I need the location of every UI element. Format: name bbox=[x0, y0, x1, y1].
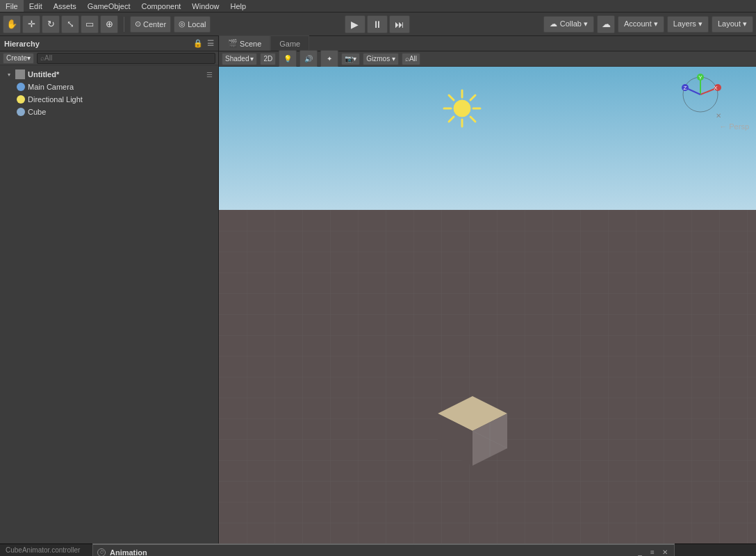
menu-help[interactable]: Help bbox=[224, 0, 252, 12]
cube-icon bbox=[17, 108, 25, 116]
persp-label: ← Persp bbox=[719, 122, 749, 131]
tree-directional-light[interactable]: Directional Light bbox=[0, 93, 218, 106]
tool-hand[interactable]: ✋ bbox=[3, 15, 21, 33]
tree-scene[interactable]: ▾ Untitled* ☰ bbox=[0, 68, 218, 81]
menu-component[interactable]: Component bbox=[135, 0, 186, 12]
scene-name: Untitled* bbox=[28, 70, 59, 79]
tool-rotate[interactable]: ↻ bbox=[42, 15, 60, 33]
menu-edit[interactable]: Edit bbox=[24, 0, 48, 12]
sun-icon bbox=[441, 88, 483, 129]
menu-gameobject[interactable]: GameObject bbox=[82, 0, 136, 12]
tab-scene[interactable]: 🎬 Scene bbox=[219, 35, 270, 51]
play-controls: ▶ ⏸ ⏭ bbox=[345, 15, 410, 33]
hierarchy-toolbar: Create▾ bbox=[0, 51, 218, 65]
svg-text:Z: Z bbox=[684, 85, 687, 91]
tool-move[interactable]: ✛ bbox=[22, 15, 40, 33]
tab-game[interactable]: Game bbox=[270, 35, 309, 51]
center-icon: ⊙ bbox=[135, 19, 141, 28]
camera-dropdown[interactable]: 📷▾ bbox=[341, 53, 360, 65]
cloud-btn[interactable]: ☁ bbox=[597, 15, 615, 33]
svg-point-1 bbox=[454, 100, 470, 117]
collab-icon: ☁ bbox=[550, 19, 557, 28]
anim-header-buttons: _ ≡ ✕ bbox=[635, 548, 670, 557]
menu-bar: File Edit Assets GameObject Component Wi… bbox=[0, 0, 756, 13]
tool-transform[interactable]: ⊕ bbox=[100, 15, 118, 33]
scene-icon-label: 🎬 bbox=[228, 39, 238, 48]
effects-toggle[interactable]: ✦ bbox=[320, 50, 338, 68]
hierarchy-tree: ▾ Untitled* ☰ Main Camera Directional Li… bbox=[0, 65, 218, 543]
anim-expand-btn[interactable]: ≡ bbox=[648, 548, 657, 557]
animation-title: Animation bbox=[110, 548, 147, 557]
svg-line-6 bbox=[449, 95, 454, 100]
bottom-area: Project Console ⏱ Animation _ ≡ ✕ Previe… bbox=[0, 543, 756, 556]
animation-panel: ⏱ Animation _ ≡ ✕ Preview ⏮ ◀ ▶ ▶| ⏭ Sam… bbox=[92, 543, 675, 556]
svg-line-9 bbox=[449, 117, 454, 122]
anim-min-btn[interactable]: _ bbox=[635, 548, 645, 557]
shading-dropdown[interactable]: Shaded▾ bbox=[222, 53, 257, 65]
svg-text:Y: Y bbox=[698, 74, 702, 81]
hierarchy-header: Hierarchy 🔒 ☰ bbox=[0, 36, 218, 51]
pause-button[interactable]: ⏸ bbox=[367, 15, 388, 33]
tree-main-camera[interactable]: Main Camera bbox=[0, 81, 218, 93]
cube-label: Cube bbox=[28, 108, 46, 116]
scene-icon bbox=[15, 70, 25, 79]
menu-file[interactable]: File bbox=[0, 0, 24, 12]
cube-3d bbox=[434, 393, 511, 471]
hierarchy-menu-icon[interactable]: ☰ bbox=[207, 39, 214, 48]
scene-toolbar: Shaded▾ 2D 💡 🔊 ✦ 📷▾ Gizmos ▾ ⌕All bbox=[219, 51, 756, 67]
collab-dropdown[interactable]: ☁ Collab ▾ bbox=[543, 16, 594, 33]
camera-label: Main Camera bbox=[28, 83, 74, 91]
tool-rect[interactable]: ▭ bbox=[81, 15, 99, 33]
play-button[interactable]: ▶ bbox=[345, 15, 365, 33]
hierarchy-title: Hierarchy bbox=[4, 40, 40, 48]
scene-arrow: ▾ bbox=[6, 71, 13, 78]
gizmo-close[interactable]: ✕ bbox=[716, 112, 721, 120]
audio-toggle[interactable]: 🔊 bbox=[299, 50, 318, 68]
grid-overlay bbox=[219, 210, 756, 543]
gizmos-dropdown[interactable]: Gizmos ▾ bbox=[363, 53, 399, 65]
menu-window[interactable]: Window bbox=[186, 0, 224, 12]
pivot-local-btn[interactable]: ◎ Local bbox=[174, 16, 211, 33]
scene-view: X Y Z ✕ ← Persp bbox=[219, 67, 756, 543]
pivot-center-btn[interactable]: ⊙ Center bbox=[130, 16, 171, 33]
scene-panel: 🎬 Scene Game Shaded▾ 2D 💡 🔊 ✦ 📷▾ Gizmos … bbox=[219, 36, 756, 543]
svg-rect-0 bbox=[219, 210, 756, 543]
main-layout: Hierarchy 🔒 ☰ Create▾ ▾ Untitled* ☰ Main… bbox=[0, 36, 756, 543]
hierarchy-lock-icon[interactable]: 🔒 bbox=[193, 39, 203, 48]
account-dropdown[interactable]: Account ▾ bbox=[618, 16, 664, 33]
status-text: CubeAnimator.controller bbox=[6, 546, 80, 554]
sep1 bbox=[124, 17, 124, 32]
step-button[interactable]: ⏭ bbox=[389, 15, 410, 33]
scene-tabs: 🎬 Scene Game bbox=[219, 36, 756, 51]
light-label: Directional Light bbox=[28, 95, 83, 104]
tool-scale[interactable]: ⤡ bbox=[61, 15, 79, 33]
hierarchy-search[interactable] bbox=[37, 53, 215, 64]
menu-assets[interactable]: Assets bbox=[48, 0, 82, 12]
transform-tool-group: ✋ ✛ ↻ ⤡ ▭ ⊕ bbox=[3, 15, 118, 33]
svg-line-7 bbox=[470, 117, 475, 122]
hierarchy-panel: Hierarchy 🔒 ☰ Create▾ ▾ Untitled* ☰ Main… bbox=[0, 36, 219, 543]
gizmo-xyz: X Y Z bbox=[680, 74, 721, 115]
scene-options[interactable]: ☰ bbox=[206, 71, 213, 79]
camera-icon bbox=[17, 83, 25, 91]
animation-header: ⏱ Animation _ ≡ ✕ bbox=[93, 545, 674, 556]
lighting-toggle[interactable]: 💡 bbox=[279, 50, 297, 68]
scene-sky bbox=[219, 67, 756, 210]
search-all[interactable]: ⌕All bbox=[402, 53, 420, 65]
svg-line-8 bbox=[470, 95, 475, 100]
layers-dropdown[interactable]: Layers ▾ bbox=[667, 16, 709, 33]
toolbar: ✋ ✛ ↻ ⤡ ▭ ⊕ ⊙ Center ◎ Local ▶ ⏸ ⏭ ☁ Col… bbox=[0, 13, 756, 36]
anim-close-btn[interactable]: ✕ bbox=[660, 548, 670, 557]
svg-text:X: X bbox=[714, 85, 718, 91]
create-button[interactable]: Create▾ bbox=[3, 53, 34, 64]
local-icon: ◎ bbox=[179, 19, 186, 28]
2d-toggle[interactable]: 2D bbox=[260, 53, 276, 65]
layout-dropdown[interactable]: Layout ▾ bbox=[712, 16, 753, 33]
clock-icon: ⏱ bbox=[97, 548, 106, 557]
light-icon bbox=[17, 95, 25, 104]
tree-cube[interactable]: Cube bbox=[0, 106, 218, 118]
